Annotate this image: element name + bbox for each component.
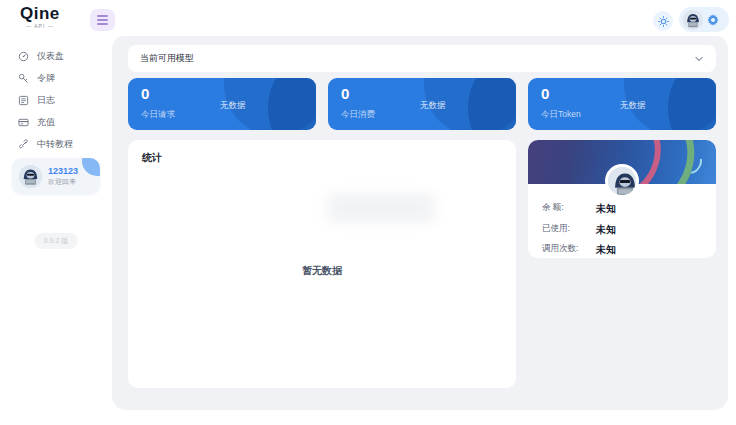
stat-card-tokens: 0 无数据 今日Token	[528, 78, 716, 130]
stat-value: 0	[341, 85, 349, 102]
account-row-balance: 余 额: 未知	[542, 202, 702, 216]
account-row-label: 已使用:	[542, 223, 596, 237]
recharge-card-icon	[18, 117, 29, 128]
sidebar-item-label: 日志	[37, 94, 55, 107]
sidebar-item-label: 令牌	[37, 72, 55, 85]
statistics-panel: 统计 暂无数据	[128, 140, 516, 388]
log-icon	[18, 95, 29, 106]
account-summary-card: 余 额: 未知 已使用: 未知 调用次数: 未知	[528, 140, 716, 258]
sidebar-item-tokens[interactable]: 令牌	[18, 70, 55, 86]
empty-chart-placeholder	[328, 193, 434, 223]
logo-subtitle: — API —	[20, 23, 60, 29]
sun-icon	[658, 16, 669, 27]
account-row-used: 已使用: 未知	[542, 223, 702, 237]
card-circle-decoration	[668, 78, 716, 130]
card-corner-decoration	[82, 158, 100, 176]
app-window: Qine — API — 仪表盘	[0, 0, 736, 425]
gauge-icon	[18, 51, 29, 62]
available-models-panel[interactable]: 当前可用模型	[128, 45, 716, 72]
stat-label: 今日Token	[541, 109, 581, 121]
card-circle-decoration	[268, 78, 316, 130]
account-row-label: 余 额:	[542, 202, 596, 216]
account-avatar	[605, 164, 639, 198]
hamburger-icon	[97, 23, 108, 25]
available-models-title: 当前可用模型	[140, 52, 194, 65]
sidebar-user-card[interactable]: 123123 欢迎回来	[12, 158, 100, 194]
sidebar-toggle-button[interactable]	[90, 9, 115, 31]
no-data-text: 暂无数据	[128, 264, 516, 278]
stat-empty-text: 无数据	[420, 100, 446, 112]
account-row-label: 调用次数:	[542, 243, 596, 257]
stat-card-spend: 0 无数据 今日消费	[328, 78, 516, 130]
gear-icon[interactable]	[706, 13, 720, 27]
stat-value: 0	[541, 85, 549, 102]
sidebar-item-label: 充值	[37, 116, 55, 129]
account-row-calls: 调用次数: 未知	[542, 243, 702, 257]
sidebar-item-recharge[interactable]: 充值	[18, 114, 55, 130]
stat-label: 今日请求	[141, 109, 175, 121]
stat-empty-text: 无数据	[220, 100, 246, 112]
stat-value: 0	[141, 85, 149, 102]
app-logo: Qine — API —	[20, 5, 60, 29]
main-content: 当前可用模型 0 无数据 今日请求 0 无数据 今日消费 0 无数据 今日Tok…	[112, 35, 728, 410]
topbar: Qine — API —	[0, 0, 736, 36]
key-icon	[18, 73, 29, 84]
chevron-down-icon[interactable]	[694, 54, 704, 64]
account-row-value: 未知	[596, 223, 616, 237]
user-name: 123123	[48, 166, 78, 177]
hamburger-icon	[97, 19, 108, 21]
sidebar-item-logs[interactable]: 日志	[18, 92, 55, 108]
account-row-value: 未知	[596, 202, 616, 216]
logo-text: Qine	[20, 5, 60, 23]
account-row-value: 未知	[596, 243, 616, 257]
version-badge: 0.9.2 版	[35, 233, 78, 249]
stat-empty-text: 无数据	[620, 100, 646, 112]
theme-toggle-button[interactable]	[653, 11, 673, 31]
sidebar: 仪表盘 令牌 日志 充值 中转教程	[0, 36, 112, 425]
user-meta: 123123 欢迎回来	[48, 166, 78, 186]
statistics-title: 统计	[142, 151, 162, 165]
sidebar-item-dashboard[interactable]: 仪表盘	[18, 48, 64, 64]
sidebar-item-label: 中转教程	[37, 138, 73, 151]
hamburger-icon	[97, 15, 108, 17]
card-circle-decoration	[468, 78, 516, 130]
topbar-avatar	[683, 10, 703, 30]
sidebar-item-tutorial[interactable]: 中转教程	[18, 136, 73, 152]
link-icon	[18, 139, 29, 150]
stat-card-requests: 0 无数据 今日请求	[128, 78, 316, 130]
sidebar-item-label: 仪表盘	[37, 50, 64, 63]
user-greeting: 欢迎回来	[48, 177, 78, 186]
stat-label: 今日消费	[341, 109, 375, 121]
user-avatar	[19, 165, 42, 188]
user-menu[interactable]	[679, 7, 729, 32]
